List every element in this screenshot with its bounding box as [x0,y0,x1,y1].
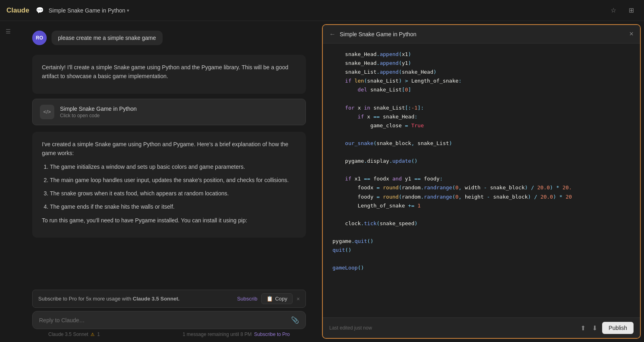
publish-button[interactable]: Publish [602,322,634,334]
artifact-title: Simple Snake Game in Python [60,106,298,112]
top-bar: Claude 💬 Simple Snake Game in Python ▾ ☆… [0,0,644,21]
assistant-explanation-text: I've created a simple Snake game using P… [42,140,296,158]
subscribe-to-pro-link[interactable]: Subscribe to Pro [254,332,290,337]
conversation-title-bar: Simple Snake Game in Python ▾ [49,7,130,14]
app-logo: Claude [6,6,29,15]
subscribe-banner-actions: Subscrib 📋 Copy × [237,293,300,304]
code-panel-header: ← Simple Snake Game in Python × [323,25,640,44]
status-left: Claude 3.5 Sonnet ⚠ 1 [48,332,100,337]
share-button[interactable]: ⬆ [579,323,587,334]
warning-icon: ⚠ [91,332,95,337]
chat-icon: 💬 [36,6,44,14]
code-panel-title: Simple Snake Game in Python [340,31,625,37]
user-message: RO please create me a simple snake game [32,31,306,45]
user-bubble: please create me a simple snake game [52,31,163,45]
subscribe-banner: Subscribe to Pro for 5x more usage with … [32,290,306,308]
close-banner-button[interactable]: × [297,296,300,302]
code-block: snake_Head.append(x1) snake_Head.append(… [323,44,640,279]
code-panel-footer: Last edited just now ⬆ ⬇ Publish [323,317,640,338]
attach-button[interactable]: 📎 [291,316,299,324]
settings-button[interactable]: ⊞ [625,4,638,17]
bottom-bar: Subscribe to Pro for 5x more usage with … [16,286,322,342]
artifact-subtitle: Click to open code [60,113,298,118]
artifact-block[interactable]: </> Simple Snake Game in Python Click to… [32,99,306,125]
assistant-intro: Certainly! I'll create a simple Snake ga… [42,63,296,81]
status-bar: Claude 3.5 Sonnet ⚠ 1 1 message remainin… [32,329,306,337]
list-item: The main game loop handles user input, u… [50,176,296,184]
code-panel: ← Simple Snake Game in Python × snake_He… [322,24,641,339]
message-remaining: 1 message remaining until 8 PM [183,332,252,337]
conversation-title-text: Simple Snake Game in Python [49,7,126,14]
warning-count: 1 [97,332,100,337]
assistant-text-block: Certainly! I'll create a simple Snake ga… [32,55,306,94]
subscribe-text: Subscribe to Pro for 5x more usage with … [38,296,180,302]
main-layout: ☰ RO please create me a simple snake gam… [0,21,644,342]
sidebar-toggle-button[interactable]: ☰ [2,26,14,37]
status-right: 1 message remaining until 8 PM Subscribe… [183,332,290,337]
top-bar-actions: ☆ ⊞ [607,4,638,17]
assistant-explanation-block: I've created a simple Snake game using P… [32,132,306,238]
code-panel-back-button[interactable]: ← [329,31,336,38]
subscribe-link-button[interactable]: Subscrib [237,296,258,302]
download-button[interactable]: ⬇ [590,323,599,334]
sidebar-toggle-area: ☰ [0,21,16,342]
assistant-points-list: The game initializes a window and sets u… [42,163,296,211]
copy-icon: 📋 [266,296,273,302]
list-item: The game ends if the snake hits the wall… [50,203,296,211]
list-item: The snake grows when it eats food, which… [50,189,296,198]
assistant-message: Certainly! I'll create a simple Snake ga… [32,55,306,238]
chat-input[interactable] [39,317,287,323]
star-button[interactable]: ☆ [607,4,620,17]
copy-button[interactable]: 📋 Copy [261,293,292,304]
last-edited-label: Last edited just now [329,325,372,331]
artifact-code-icon: </> [40,105,54,119]
title-chevron-icon: ▾ [127,8,129,13]
list-item: The game initializes a window and sets u… [50,163,296,171]
code-content[interactable]: snake_Head.append(x1) snake_Head.append(… [323,44,640,317]
model-name: Claude 3.5 Sonnet [48,332,88,337]
input-bar: 📎 [32,311,306,329]
assistant-outro: To run this game, you'll need to have Py… [42,216,296,225]
artifact-info: Simple Snake Game in Python Click to ope… [60,106,298,118]
avatar: RO [32,31,47,45]
code-panel-close-button[interactable]: × [629,30,634,38]
footer-actions: ⬆ ⬇ Publish [579,322,634,334]
chat-area: RO please create me a simple snake game … [16,21,322,342]
